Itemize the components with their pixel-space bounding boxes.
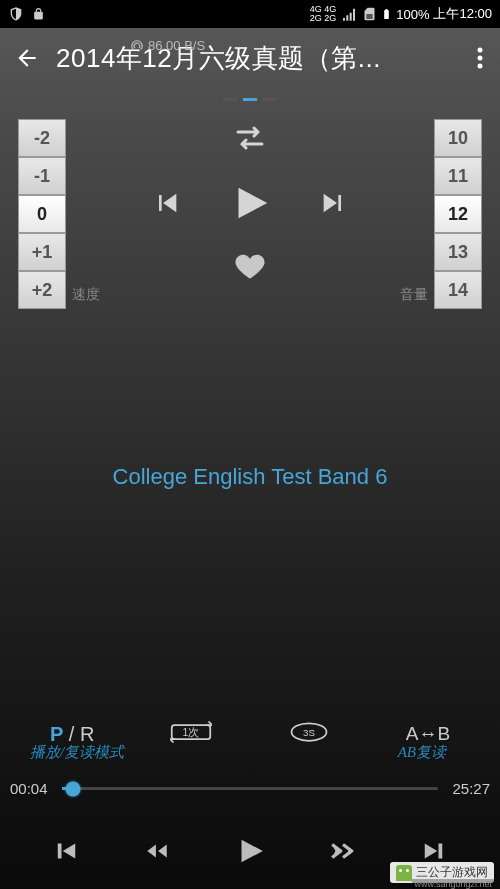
progress-thumb[interactable]	[66, 781, 81, 796]
play-button-bottom[interactable]	[230, 831, 270, 871]
volume-item[interactable]: 12	[434, 195, 482, 233]
speed-item[interactable]: -2	[18, 119, 66, 157]
mode-p-label: P	[50, 723, 63, 745]
current-time: 00:04	[10, 780, 54, 797]
network-speed-overlay: 86.00 B/S	[130, 38, 205, 53]
signal-icon	[340, 6, 358, 22]
svg-text:1次: 1次	[183, 726, 200, 738]
play-repeat-mode-button[interactable]: P / R 播放/复读模式	[50, 723, 94, 746]
shield-icon	[8, 5, 24, 23]
broadcast-icon	[130, 39, 144, 53]
volume-item[interactable]: 11	[434, 157, 482, 195]
page-dot-3[interactable]	[263, 98, 277, 101]
next-track-button[interactable]	[317, 187, 349, 219]
mode-slash: /	[63, 723, 80, 745]
battery-icon	[381, 5, 392, 23]
speed-item[interactable]: +1	[18, 233, 66, 271]
forward-button[interactable]	[323, 831, 363, 871]
sim-icon	[362, 5, 377, 23]
page-dot-1[interactable]	[223, 98, 237, 101]
back-button[interactable]	[12, 43, 42, 73]
center-controls	[66, 119, 434, 283]
page-title: 2014年12月六级真题（第...	[56, 41, 454, 76]
volume-item[interactable]: 14	[434, 271, 482, 309]
mode-row: P / R 播放/复读模式 1次 3S A↔B AB复读	[0, 721, 500, 747]
speed-label: 速度	[72, 286, 100, 304]
svg-rect-0	[367, 14, 373, 19]
volume-dial[interactable]: 10 11 12 13 14	[434, 119, 482, 309]
svg-text:3S: 3S	[303, 727, 315, 738]
play-button[interactable]	[227, 180, 273, 226]
repeat-count-icon: 1次	[170, 721, 212, 743]
speed-item[interactable]: -1	[18, 157, 66, 195]
shuffle-icon[interactable]	[234, 124, 266, 152]
status-right: 4G 4G 2G 2G 100% 上午12:00	[310, 5, 492, 23]
controls-area: -2 -1 0 +1 +2 速度 10 11 12 13 14 音量	[0, 119, 500, 314]
total-time: 25:27	[446, 780, 490, 797]
prev-section-button[interactable]	[44, 831, 84, 871]
transcript-line: College English Test Band 6	[0, 464, 500, 490]
lock-icon	[32, 6, 45, 22]
favorite-button[interactable]	[231, 249, 269, 283]
prev-track-button[interactable]	[151, 187, 183, 219]
progress-bar[interactable]	[62, 787, 438, 790]
interval-icon: 3S	[288, 721, 330, 743]
network-speed-value: 86.00 B/S	[148, 38, 205, 53]
battery-pct: 100%	[396, 7, 429, 22]
progress-row: 00:04 25:27	[0, 780, 500, 797]
interval-button[interactable]: 3S	[288, 721, 330, 747]
ab-repeat-button[interactable]: A↔B AB复读	[406, 723, 450, 745]
svg-point-3	[478, 64, 483, 69]
page-dot-2[interactable]	[243, 98, 257, 101]
more-button[interactable]	[468, 40, 492, 76]
repeat-count-button[interactable]: 1次	[170, 721, 212, 747]
mode-r-label: R	[80, 723, 94, 745]
volume-label: 音量	[400, 286, 428, 304]
ab-label: A↔B	[406, 723, 450, 745]
speed-dial[interactable]: -2 -1 0 +1 +2	[18, 119, 66, 309]
speed-item[interactable]: 0	[18, 195, 66, 233]
volume-item[interactable]: 10	[434, 119, 482, 157]
status-bar: 4G 4G 2G 2G 100% 上午12:00	[0, 0, 500, 28]
status-left	[8, 5, 45, 23]
volume-item[interactable]: 13	[434, 233, 482, 271]
header: 2014年12月六级真题（第...	[0, 28, 500, 88]
watermark-url: www.sangongzi.net	[412, 879, 494, 889]
playback-row	[151, 180, 349, 226]
net-2g-label: 2G	[310, 13, 322, 23]
play-repeat-annotation: 播放/复读模式	[30, 743, 124, 762]
rewind-button[interactable]	[137, 831, 177, 871]
svg-point-1	[478, 48, 483, 53]
clock-time: 上午12:00	[433, 5, 492, 23]
network-type: 4G 4G 2G 2G	[310, 5, 337, 23]
ab-annotation: AB复读	[398, 743, 446, 762]
page-indicator	[0, 98, 500, 101]
speed-item[interactable]: +2	[18, 271, 66, 309]
android-icon	[396, 865, 412, 881]
net-2g-sub: 2G	[324, 13, 336, 23]
svg-point-2	[478, 56, 483, 61]
